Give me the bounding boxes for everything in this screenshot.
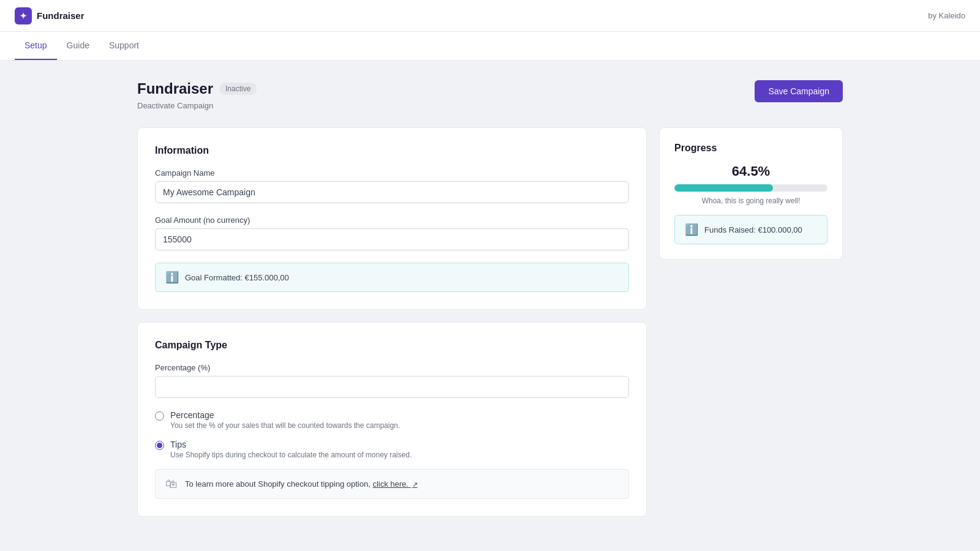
right-column: Progress 64.5% Whoa, this is going reall…	[659, 127, 843, 260]
funds-raised-box: ℹ️ Funds Raised: €100.000,00	[674, 215, 827, 244]
radio-tips-text: Tips Use Shopify tips during checkout to…	[170, 440, 412, 459]
radio-percentage-label: Percentage	[170, 410, 400, 420]
tab-support[interactable]: Support	[99, 32, 149, 60]
percentage-input[interactable]	[155, 376, 629, 398]
progress-bar-fill	[674, 184, 773, 192]
status-badge: Inactive	[219, 83, 257, 95]
deactivate-campaign-link[interactable]: Deactivate Campaign	[137, 101, 257, 110]
save-campaign-button[interactable]: Save Campaign	[755, 80, 843, 102]
campaign-name-input[interactable]	[155, 181, 629, 203]
radio-percentage-desc: You set the % of your sales that will be…	[170, 421, 400, 430]
tab-guide[interactable]: Guide	[57, 32, 99, 60]
radio-tips-input[interactable]	[155, 441, 164, 450]
radio-percentage-text: Percentage You set the % of your sales t…	[170, 410, 400, 430]
shopify-tip-link[interactable]: click here. ↗	[372, 479, 417, 489]
radio-percentage-option[interactable]: Percentage You set the % of your sales t…	[155, 410, 629, 430]
campaign-type-card: Campaign Type Percentage (%) Percentage …	[137, 322, 647, 517]
page-title: Fundraiser	[137, 80, 213, 97]
radio-group: Percentage You set the % of your sales t…	[155, 410, 629, 459]
nav-tabs: Setup Guide Support	[0, 32, 980, 61]
page-header: Fundraiser Inactive Deactivate Campaign …	[137, 80, 843, 110]
progress-card: Progress 64.5% Whoa, this is going reall…	[659, 127, 843, 260]
shopify-icon: 🛍	[165, 477, 178, 491]
external-link-icon: ↗	[412, 481, 418, 488]
app-header: ✦ Fundraiser by Kaleido	[0, 0, 980, 32]
radio-tips-desc: Use Shopify tips during checkout to calc…	[170, 451, 412, 459]
brand-name: Fundraiser	[37, 10, 85, 21]
info-icon: ℹ️	[165, 271, 179, 284]
information-title: Information	[155, 145, 629, 156]
page-title-row: Fundraiser Inactive	[137, 80, 257, 97]
campaign-type-title: Campaign Type	[155, 340, 629, 351]
progress-message: Whoa, this is going really well!	[674, 197, 827, 205]
goal-amount-group: Goal Amount (no currency)	[155, 216, 629, 250]
funds-raised-label: Funds Raised: €100.000,00	[704, 225, 802, 234]
campaign-name-label: Campaign Name	[155, 168, 629, 178]
shopify-tip-box: 🛍 To learn more about Shopify checkout t…	[155, 469, 629, 499]
main-content: Fundraiser Inactive Deactivate Campaign …	[123, 61, 858, 549]
percentage-input-group: Percentage (%)	[155, 363, 629, 398]
header-by-label: by Kaleido	[928, 11, 965, 20]
percentage-label: Percentage (%)	[155, 363, 629, 372]
goal-amount-input[interactable]	[155, 228, 629, 250]
brand-logo: ✦ Fundraiser	[15, 7, 85, 24]
goal-formatted-text: Goal Formatted: €155.000,00	[185, 273, 289, 282]
campaign-name-group: Campaign Name	[155, 168, 629, 203]
goal-amount-label: Goal Amount (no currency)	[155, 216, 629, 225]
radio-percentage-input[interactable]	[155, 411, 164, 421]
left-column: Information Campaign Name Goal Amount (n…	[137, 127, 647, 529]
information-card: Information Campaign Name Goal Amount (n…	[137, 127, 647, 310]
shopify-tip-text: To learn more about Shopify checkout tip…	[185, 479, 418, 489]
progress-title: Progress	[674, 143, 827, 154]
funds-info-icon: ℹ️	[685, 223, 698, 236]
content-grid: Information Campaign Name Goal Amount (n…	[137, 127, 843, 529]
brand-icon: ✦	[15, 7, 32, 24]
page-title-area: Fundraiser Inactive Deactivate Campaign	[137, 80, 257, 110]
tab-setup[interactable]: Setup	[15, 32, 57, 60]
radio-tips-option[interactable]: Tips Use Shopify tips during checkout to…	[155, 440, 629, 459]
goal-formatted-box: ℹ️ Goal Formatted: €155.000,00	[155, 263, 629, 292]
progress-percent: 64.5%	[674, 163, 827, 179]
progress-bar-background	[674, 184, 827, 192]
radio-tips-label: Tips	[170, 440, 412, 449]
